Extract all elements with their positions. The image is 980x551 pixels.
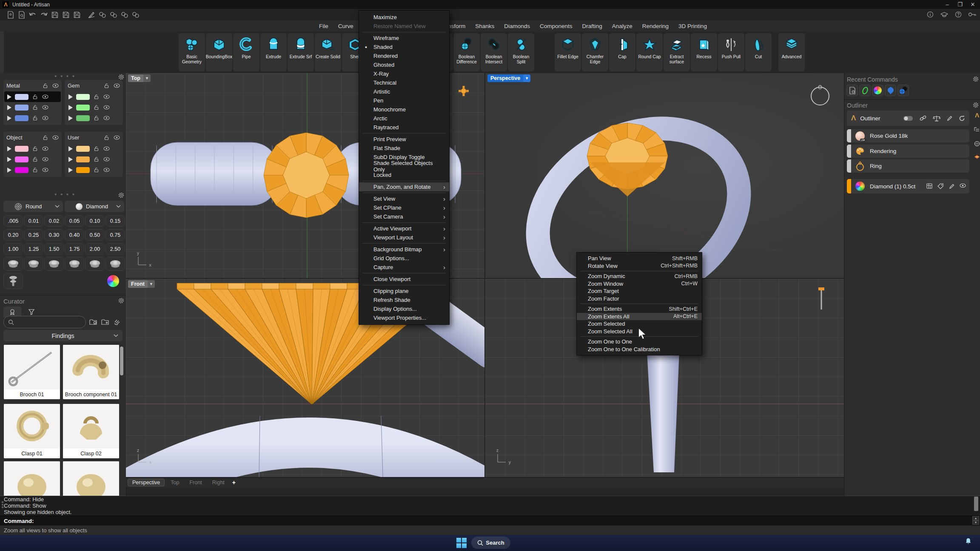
menu-item-monochrome[interactable]: Monochrome (359, 105, 449, 114)
viewport-perspective-title[interactable]: Perspective (487, 74, 523, 82)
menu-item-close-viewport[interactable]: Close Viewport (359, 275, 449, 284)
color-swatch[interactable] (76, 167, 90, 173)
menu-item-active-viewport[interactable]: Active Viewport› (359, 224, 449, 233)
ribbon-cap-button[interactable]: Cap (609, 33, 635, 71)
spinner-up-icon[interactable]: ▲ (972, 516, 979, 520)
color-swatch[interactable] (76, 94, 90, 100)
command-input[interactable]: Command: (0, 516, 980, 526)
menu-item-artistic[interactable]: Artistic (359, 87, 449, 96)
menu-item-ghosted[interactable]: Ghosted (359, 60, 449, 69)
menu-components[interactable]: Components (536, 22, 577, 31)
eye-icon[interactable] (42, 168, 48, 172)
color-swatch[interactable] (15, 94, 28, 100)
eye-icon[interactable] (103, 168, 110, 172)
color-swatch[interactable] (76, 115, 90, 121)
viewport-tab-right[interactable]: Right (208, 479, 229, 486)
color-swatch[interactable] (76, 146, 90, 152)
layer-row[interactable] (4, 165, 61, 175)
layer-row[interactable] (66, 154, 122, 165)
eye-icon[interactable] (42, 157, 48, 162)
submenu-item-zoom-factor[interactable]: Zoom Factor (577, 295, 702, 303)
save-copy-icon[interactable] (71, 10, 83, 20)
peg-head[interactable] (3, 273, 23, 289)
lock-icon[interactable] (43, 135, 48, 140)
curator-gear-icon[interactable] (118, 298, 124, 305)
gem-size-0.15[interactable]: 0.15 (105, 215, 125, 227)
menu-item-clipping-plane[interactable]: Clipping plane (359, 287, 449, 295)
docked-toolbar-handle[interactable] (0, 31, 4, 73)
help-icon[interactable] (953, 10, 963, 19)
open-template-icon[interactable] (16, 10, 27, 20)
menu-item-maximize[interactable]: Maximize (359, 13, 449, 22)
curator-search-input[interactable] (3, 316, 86, 328)
eye-icon[interactable] (114, 135, 120, 140)
play-icon[interactable] (68, 157, 73, 162)
gem-size-1.00[interactable]: 1.00 (3, 243, 23, 255)
panel-drag-handle[interactable]: ● ● ● ● (54, 192, 76, 196)
annotate-icon[interactable] (86, 10, 97, 20)
ribbon-recess-button[interactable]: Recess (691, 33, 717, 71)
color-swatch[interactable] (76, 105, 90, 111)
eye-icon[interactable] (960, 183, 966, 190)
boolean-tool-icon[interactable] (897, 85, 909, 96)
ribbon-create-solid-button[interactable]: Create Solid (315, 33, 341, 71)
license-key-icon[interactable] (967, 10, 977, 19)
prong-head-2[interactable] (24, 257, 43, 271)
menu-item-flat-shade[interactable]: Flat Shade (359, 144, 449, 153)
prong-head-5[interactable] (85, 257, 105, 271)
color-wheel-icon[interactable] (872, 85, 883, 96)
menu-item-shaded[interactable]: •Shaded (359, 43, 449, 51)
gem-size-0.02[interactable]: 0.02 (44, 215, 64, 227)
outliner-gear-icon[interactable] (973, 102, 979, 110)
menu-diamonds[interactable]: Diamonds (500, 22, 534, 31)
recent-commands-gear-icon[interactable] (973, 76, 979, 84)
command-history-spinner[interactable]: ▲ ▼ (972, 516, 979, 525)
ellipse-tool-icon[interactable] (859, 85, 871, 96)
viewport-perspective-dropdown-icon[interactable]: ▼ (523, 74, 530, 82)
tag-icon[interactable] (937, 183, 944, 190)
edit-pencil-icon[interactable] (949, 183, 955, 190)
curator-card-clasp-02[interactable]: Clasp 02 (63, 404, 119, 458)
play-icon[interactable] (7, 105, 11, 110)
submenu-item-zoom-dynamic[interactable]: Zoom DynamicCtrl+RMB (577, 273, 702, 280)
layer-row[interactable] (4, 113, 61, 123)
spinner-down-icon[interactable]: ▼ (972, 520, 979, 525)
gem-material-dropdown[interactable]: Diamond (65, 201, 124, 212)
menu-item-display-options-[interactable]: Display Options... (359, 304, 449, 313)
play-icon[interactable] (68, 146, 73, 151)
menu-analyze[interactable]: Analyze (608, 22, 637, 31)
play-icon[interactable] (7, 116, 11, 121)
menu-item-shade-selected-objects-only[interactable]: Shade Selected Objects Only (359, 162, 449, 170)
menu-item-capture[interactable]: Capture› (359, 263, 449, 272)
folder-user-icon[interactable] (89, 318, 98, 327)
layer-row[interactable] (66, 91, 122, 102)
ribbon-fillet-edge-button[interactable]: Fillet Edge (555, 33, 581, 71)
submenu-item-zoom-one-to-one-calibration[interactable]: Zoom One to One Calibration (577, 346, 702, 353)
outliner-item-ring[interactable]: Ring (847, 159, 969, 173)
viewport-front-title[interactable]: Front (128, 280, 148, 288)
submenu-item-rotate-view[interactable]: Rotate ViewCtrl+Shift+RMB (577, 262, 702, 270)
ribbon-push-pull-button[interactable]: Push Pull (718, 33, 744, 71)
prong-head-1[interactable] (3, 257, 23, 271)
ribbon-boolean-intersect-button[interactable]: Boolean Intersect (481, 33, 507, 71)
menu-drafting[interactable]: Drafting (578, 22, 607, 31)
gem-size-0.30[interactable]: 0.30 (44, 229, 64, 241)
gem-size-0.40[interactable]: 0.40 (65, 229, 84, 241)
menu-item-locked[interactable]: Locked (359, 170, 449, 179)
menu-item-pan-zoom-and-rotate[interactable]: Pan, Zoom, and Rotate› (359, 182, 449, 191)
menu-item-technical[interactable]: Technical (359, 78, 449, 87)
curator-scrollbar[interactable] (120, 347, 123, 375)
toggle-switch[interactable] (903, 116, 913, 121)
gem-size-0.50[interactable]: 0.50 (85, 229, 105, 241)
drag-hand-icon[interactable] (113, 318, 121, 327)
menu-item-raytraced[interactable]: Raytraced (359, 123, 449, 132)
redo-icon[interactable] (38, 10, 49, 20)
gem-size-1.75[interactable]: 1.75 (65, 243, 84, 255)
eye-icon[interactable] (103, 105, 110, 110)
history-doc-icon[interactable] (846, 85, 858, 96)
ribbon-extract-surface-button[interactable]: Extract surface (664, 33, 690, 71)
lock-icon[interactable] (104, 83, 109, 88)
color-swatch[interactable] (15, 115, 28, 121)
menu-item-restore-named-view[interactable]: Restore Named View (359, 22, 449, 31)
menu-shanks[interactable]: Shanks (471, 22, 499, 31)
